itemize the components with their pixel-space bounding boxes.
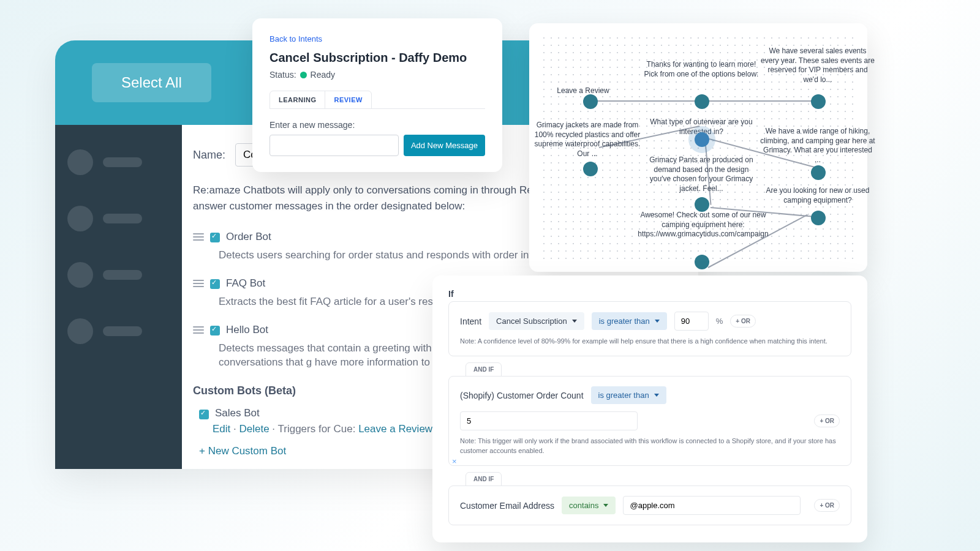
avatar-placeholder [67, 149, 93, 175]
flow-node[interactable] [811, 94, 826, 109]
confidence-input[interactable] [674, 312, 709, 331]
drag-handle-icon[interactable] [193, 233, 204, 241]
condition-card: Intent Cancel Subscription is greater th… [448, 301, 851, 356]
intent-editor-card: Back to Intents Cancel Subscription - Da… [252, 18, 502, 172]
field-label: Customer Email Address [460, 501, 554, 511]
node-label: Grimacy jackets are made from 100% recyc… [529, 121, 646, 159]
flow-diagram-panel: Leave a Review Thanks for wanting to lea… [529, 23, 867, 272]
new-message-input[interactable] [270, 135, 399, 156]
back-to-intents-link[interactable]: Back to Intents [270, 34, 485, 43]
node-label: Awesome! Check out some of our new campi… [636, 211, 771, 239]
custom-bot-title: Sales Bot [215, 407, 260, 419]
checkbox[interactable] [210, 233, 220, 242]
flow-node[interactable] [695, 94, 709, 109]
email-value-input[interactable] [623, 496, 801, 515]
and-if-tag: AND IF [466, 472, 502, 486]
flow-node[interactable] [811, 211, 826, 225]
bot-title: Order Bot [226, 231, 271, 243]
flow-edge [709, 100, 813, 102]
operator-dropdown[interactable]: contains [562, 497, 616, 514]
bot-title: FAQ Bot [226, 277, 265, 290]
percent-label: % [716, 317, 723, 326]
intent-title: Cancel Subscription - Daffy Demo [270, 51, 485, 65]
add-or-button[interactable]: + OR [814, 414, 840, 427]
text-placeholder [103, 326, 142, 336]
tab-learning[interactable]: LEARNING [270, 91, 325, 108]
bot-title: Hello Bot [226, 324, 268, 336]
status-value: Ready [311, 70, 335, 80]
tab-review[interactable]: REVIEW [325, 91, 371, 108]
flow-canvas[interactable]: Leave a Review Thanks for wanting to lea… [540, 34, 856, 261]
note-text: Note: A confidence level of 80%-99% for … [460, 337, 840, 346]
condition-builder-panel: If × Intent Cancel Subscription is great… [432, 276, 867, 542]
node-label: Are you looking for new or used camping … [760, 186, 876, 205]
if-label: If [448, 289, 851, 299]
flow-node[interactable] [583, 162, 598, 176]
note-text: Note: This trigger will only work if the… [460, 437, 840, 455]
condition-card: Customer Email Address contains + OR [448, 485, 851, 525]
select-all-button[interactable]: Select All [92, 63, 211, 102]
add-or-button[interactable]: + OR [730, 315, 756, 328]
chevron-down-icon [572, 320, 577, 323]
sidebar-item[interactable] [67, 206, 170, 231]
edit-link[interactable]: Edit [213, 423, 230, 435]
flow-node[interactable] [583, 94, 598, 109]
chevron-down-icon [655, 320, 660, 323]
text-placeholder [103, 157, 142, 167]
text-placeholder [103, 214, 142, 223]
sidebar-item[interactable] [67, 262, 170, 288]
remove-condition-icon[interactable]: × [452, 457, 457, 466]
status-label: Status: [270, 70, 296, 80]
operator-dropdown[interactable]: is greater than [592, 312, 667, 330]
node-label: We have a wide range of hiking, climbing… [760, 127, 876, 165]
chevron-down-icon [654, 394, 659, 397]
flow-node[interactable] [695, 197, 709, 212]
flow-edge [590, 100, 695, 102]
sidebar [55, 125, 182, 469]
node-label: Leave a Review [534, 86, 632, 96]
add-new-message-button[interactable]: Add New Message [404, 135, 485, 156]
flow-node[interactable] [695, 255, 709, 269]
separator: · [272, 423, 277, 435]
text-placeholder [103, 270, 142, 280]
divider [270, 108, 485, 109]
operator-dropdown[interactable]: is greater than [591, 386, 666, 404]
node-label: Thanks for wanting to learn more! Pick f… [643, 60, 760, 79]
checkbox[interactable] [210, 326, 220, 335]
sidebar-item[interactable] [67, 318, 170, 344]
flow-node-selected[interactable] [695, 132, 709, 147]
checkbox[interactable] [210, 279, 220, 289]
node-label: We have several sales events every year.… [760, 47, 876, 84]
message-input-label: Enter a new message: [270, 120, 485, 130]
sidebar-item[interactable] [67, 149, 170, 175]
node-label: Grimacy Pants are produced on demand bas… [643, 156, 760, 193]
chevron-down-icon [603, 504, 608, 507]
drag-handle-icon[interactable] [193, 280, 204, 287]
status-dot-icon [300, 72, 307, 78]
checkbox[interactable] [199, 410, 209, 419]
field-label: Intent [460, 317, 481, 326]
avatar-placeholder [67, 262, 93, 288]
drag-handle-icon[interactable] [193, 326, 204, 334]
triggers-label: Triggers for Cue: [278, 423, 356, 435]
order-count-input[interactable] [460, 411, 638, 430]
intent-dropdown[interactable]: Cancel Subscription [489, 312, 584, 330]
trigger-link[interactable]: Leave a Review [358, 423, 432, 435]
avatar-placeholder [67, 318, 93, 344]
avatar-placeholder [67, 206, 93, 231]
flow-node[interactable] [811, 165, 826, 180]
name-label: Name: [193, 149, 225, 162]
field-label: (Shopify) Customer Order Count [460, 391, 584, 400]
delete-link[interactable]: Delete [239, 423, 269, 435]
condition-card: (Shopify) Customer Order Count is greate… [448, 376, 851, 466]
and-if-tag: AND IF [466, 362, 502, 377]
add-or-button[interactable]: + OR [814, 499, 840, 512]
